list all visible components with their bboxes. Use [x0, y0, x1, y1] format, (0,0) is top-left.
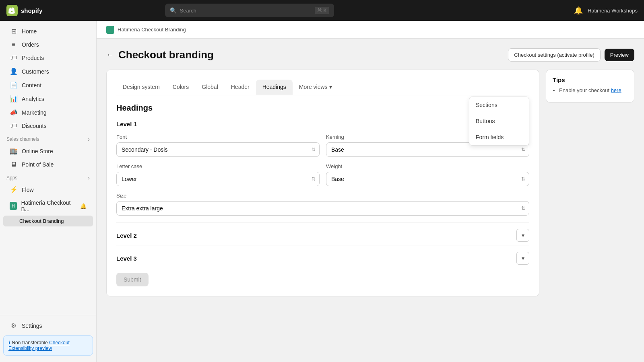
form-group-font: Font Secondary - Dosis [116, 134, 320, 157]
tips-title: Tips [553, 76, 627, 83]
chevron-down-icon: ▾ [329, 84, 332, 90]
tab-design-system[interactable]: Design system [116, 80, 166, 95]
weight-label: Weight [326, 163, 529, 169]
tips-item: Enable your checkout here [559, 87, 627, 93]
sidebar-nav: ⊞ Home ≡ Orders 🏷 Products 👤 Customers 📄… [0, 21, 96, 315]
form-group-size: Size Extra extra large [116, 193, 529, 216]
preview-button[interactable]: Preview [605, 49, 634, 61]
page-actions: Checkout settings (activate profile) Pre… [508, 48, 634, 62]
sidebar-sub-item-checkout-branding[interactable]: Checkout Branding [3, 216, 93, 226]
tab-headings[interactable]: Headings [256, 80, 293, 95]
sidebar-item-label: Customers [22, 68, 49, 75]
tab-global[interactable]: Global [195, 80, 224, 95]
tips-item-text: Enable your checkout [559, 87, 611, 93]
sidebar-item-home[interactable]: ⊞ Home [3, 25, 93, 38]
sidebar-item-label: Marketing [22, 109, 46, 116]
tab-colors[interactable]: Colors [166, 80, 195, 95]
tab-header[interactable]: Header [225, 80, 256, 95]
customers-icon: 👤 [10, 68, 18, 75]
sidebar-item-flow[interactable]: ⚡ Flow [3, 183, 93, 196]
bell-icon[interactable]: 🔔 [574, 6, 583, 15]
lettercase-select-wrapper: Lower [116, 172, 320, 186]
back-button[interactable]: ← [106, 51, 114, 59]
marketing-icon: 📣 [10, 109, 18, 116]
topnav: shopify 🔍 ⌘ K 🔔 Hatimeria Workshops [0, 0, 644, 21]
sidebar-item-label: Settings [22, 323, 42, 329]
logo-text: shopify [21, 7, 42, 14]
apps-chevron[interactable]: › [88, 175, 90, 181]
shopify-logo: shopify [6, 5, 42, 16]
sidebar: ⊞ Home ≡ Orders 🏷 Products 👤 Customers 📄… [0, 21, 97, 362]
sidebar-item-label: Discounts [22, 123, 46, 129]
sidebar-item-online-store[interactable]: 🏬 Online Store [3, 144, 93, 158]
level2-title: Level 2 [116, 232, 137, 239]
form-row-lettercase-weight: Letter case Lower Weight [116, 163, 529, 186]
tabs-wrapper: Design system Colors Global Header Headi… [116, 80, 529, 95]
sidebar-item-hatimeria[interactable]: H Hatimeria Checkout B... 🔔 [3, 197, 93, 215]
font-select-wrapper: Secondary - Dosis [116, 142, 320, 157]
sidebar-item-customers[interactable]: 👤 Customers [3, 65, 93, 78]
sidebar-item-products[interactable]: 🏷 Products [3, 51, 93, 64]
font-label: Font [116, 134, 320, 140]
sidebar-app-left: H Hatimeria Checkout B... [10, 200, 76, 212]
dropdown-item-sections[interactable]: Sections [469, 97, 529, 113]
sidebar-item-label: Point of Sale [22, 161, 54, 168]
size-select[interactable]: Extra extra large [116, 201, 529, 216]
sales-channels-chevron[interactable]: › [88, 136, 90, 142]
sidebar-sub-item-label: Checkout Branding [19, 218, 64, 224]
checkout-settings-button[interactable]: Checkout settings (activate profile) [508, 48, 600, 62]
notice-icon: ℹ [8, 340, 10, 346]
page-title-row: ← Checkout branding [106, 49, 214, 61]
sidebar-item-label: Orders [22, 41, 39, 48]
search-bar[interactable]: 🔍 ⌘ K [165, 4, 334, 17]
level2-expand-button[interactable]: ▾ [516, 229, 529, 242]
sidebar-item-marketing[interactable]: 📣 Marketing [3, 106, 93, 119]
breadcrumb-app-name: Hatimeria Checkout Branding [118, 27, 186, 33]
page-title: Checkout branding [118, 49, 214, 61]
notification-bell-icon: 🔔 [80, 203, 87, 209]
breadcrumb: Hatimeria Checkout Branding [97, 21, 644, 39]
weight-select[interactable]: Base [326, 172, 529, 186]
form-group-lettercase: Letter case Lower [116, 163, 320, 186]
font-select[interactable]: Secondary - Dosis [116, 142, 320, 157]
page-content: ← Checkout branding Checkout settings (a… [97, 39, 644, 362]
products-icon: 🏷 [10, 54, 18, 62]
sidebar-item-point-of-sale[interactable]: 🖥 Point of Sale [3, 158, 93, 171]
sidebar-item-label: Content [22, 82, 41, 88]
search-input[interactable] [180, 8, 312, 14]
submit-button[interactable]: Submit [116, 273, 149, 286]
dropdown-item-form-fields[interactable]: Form fields [469, 129, 529, 145]
form-group-weight: Weight Base [326, 163, 529, 186]
content-icon: 📄 [10, 81, 18, 89]
hatimeria-app-icon: H [10, 202, 17, 210]
notice-text: Non-transferable [12, 340, 49, 346]
search-shortcut: ⌘ K [315, 7, 329, 14]
lettercase-select[interactable]: Lower [116, 172, 320, 186]
form-title: Headings [116, 103, 529, 113]
sidebar-item-label: Home [22, 28, 37, 35]
dropdown-item-buttons[interactable]: Buttons [469, 113, 529, 129]
level2-section: Level 2 ▾ [116, 222, 529, 242]
weight-select-wrapper: Base [326, 172, 529, 186]
pos-icon: 🖥 [10, 161, 18, 168]
sidebar-item-label: Analytics [22, 96, 44, 102]
sidebar-item-analytics[interactable]: 📊 Analytics [3, 92, 93, 105]
form-content: Headings Level 1 Font Secondary - Dosis [116, 95, 529, 286]
content-area: Hatimeria Checkout Branding ← Checkout b… [97, 21, 644, 362]
sidebar-item-discounts[interactable]: 🏷 Discounts [3, 119, 93, 132]
sidebar-item-content[interactable]: 📄 Content [3, 78, 93, 92]
tips-list: Enable your checkout here [553, 87, 627, 93]
sidebar-item-label: Hatimeria Checkout B... [21, 200, 76, 212]
tips-item-link[interactable]: here [611, 87, 621, 93]
home-icon: ⊞ [10, 27, 18, 35]
sidebar-item-orders[interactable]: ≡ Orders [3, 38, 93, 51]
form-card: Design system Colors Global Header Headi… [106, 70, 539, 296]
sidebar-item-settings[interactable]: ⚙ Settings [3, 319, 93, 332]
sidebar-item-label: Products [22, 55, 44, 61]
workspace-button[interactable]: Hatimeria Workshops [588, 8, 638, 14]
sidebar-item-label: Online Store [22, 148, 53, 154]
tab-more-views[interactable]: More views ▾ [293, 80, 339, 95]
page-header: ← Checkout branding Checkout settings (a… [106, 48, 634, 62]
level3-expand-button[interactable]: ▾ [516, 252, 529, 265]
breadcrumb-icon [106, 26, 114, 34]
